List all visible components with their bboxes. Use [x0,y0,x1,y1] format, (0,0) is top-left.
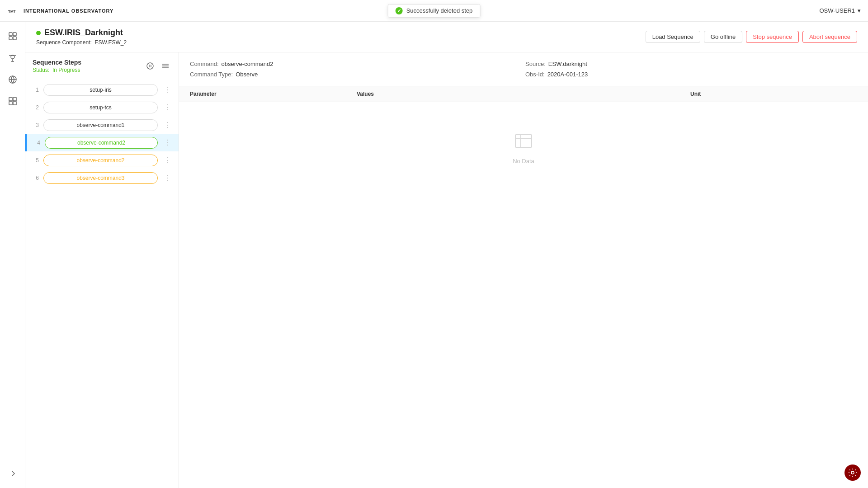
steps-header: Sequence Steps Status: In Progress [25,52,179,77]
steps-status-label: Status: [33,67,49,73]
username: OSW-USER1 [820,7,855,14]
sidebar-nav [0,22,25,488]
svg-rect-15 [13,102,16,105]
sequence-component-label: Sequence Component: [36,39,92,46]
step-number: 5 [31,157,39,164]
main-layout: ESW.IRIS_Darknight Sequence Component: E… [0,22,868,488]
sequence-component-value: ESW.ESW_2 [94,39,127,46]
sequence-header: ESW.IRIS_Darknight Sequence Component: E… [25,22,868,52]
obs-id-value: 2020A-001-123 [547,71,588,78]
table-row[interactable]: 5 observe-command2 ⋮ [25,151,179,169]
step-label[interactable]: observe-command2 [43,155,158,166]
no-data-icon [513,129,534,152]
user-menu[interactable]: OSW-USER1 ▾ [820,7,861,14]
step-number: 4 [32,140,40,146]
stop-sequence-button[interactable]: Stop sequence [746,31,799,43]
svg-rect-13 [13,98,16,101]
svg-rect-22 [515,135,532,147]
step-number: 2 [31,104,39,111]
step-more-icon[interactable]: ⋮ [162,84,173,96]
nav-icon-apps[interactable] [4,70,22,89]
detail-header: Command: observe-command2 Source: ESW.da… [179,52,868,86]
table-header: Parameter Values Unit [179,86,868,102]
sequence-title: ESW.IRIS_Darknight [36,28,127,38]
main-body: Sequence Steps Status: In Progress [25,52,868,488]
command-label: Command: [190,61,219,67]
app-logo: TMT INTERNATIONAL OBSERVATORY [7,5,113,17]
sequence-status-dot [36,31,41,35]
source-row: Source: ESW.darknight [525,61,857,67]
svg-rect-3 [13,33,16,36]
nav-icon-expand[interactable] [4,465,22,483]
command-row: Command: observe-command2 [190,61,522,67]
svg-rect-14 [9,102,12,105]
col-values: Values [357,91,690,97]
steps-panel: Sequence Steps Status: In Progress [25,52,179,488]
table-row[interactable]: 6 observe-command3 ⋮ [25,169,179,187]
step-label[interactable]: observe-command2 [45,137,158,149]
command-value: observe-command2 [222,61,274,67]
go-offline-button[interactable]: Go offline [704,31,742,43]
steps-status: Status: In Progress [33,67,81,73]
sequence-buttons: Load Sequence Go offline Stop sequence A… [646,31,857,43]
tmt-logo-icon: TMT [7,5,20,17]
step-more-icon[interactable]: ⋮ [162,101,173,113]
nav-icon-grid[interactable] [4,92,22,110]
sequence-name: ESW.IRIS_Darknight [44,28,123,38]
no-data-text: No Data [513,158,534,164]
content-area: ESW.IRIS_Darknight Sequence Component: E… [25,22,868,488]
step-label[interactable]: observe-command1 [43,119,158,131]
svg-point-25 [851,471,854,474]
topbar: TMT INTERNATIONAL OBSERVATORY Successful… [0,0,868,22]
steps-title: Sequence Steps [33,59,81,66]
table-row[interactable]: 3 observe-command1 ⋮ [25,116,179,134]
table-row[interactable]: 4 observe-command2 ⋮ [25,134,179,151]
steps-controls [144,60,171,72]
command-type-value: Observe [236,71,258,78]
parameters-table: Parameter Values Unit No Data [179,86,868,488]
menu-button[interactable] [160,60,171,72]
steps-status-value: In Progress [52,67,80,73]
success-message: Successfully deleted step [406,7,473,14]
table-body-empty: No Data [179,102,868,192]
obs-id-row: Obs-Id: 2020A-001-123 [525,71,857,78]
load-sequence-button[interactable]: Load Sequence [646,31,700,43]
table-row[interactable]: 1 setup-iris ⋮ [25,81,179,99]
svg-point-16 [147,63,153,69]
abort-sequence-button[interactable]: Abort sequence [802,31,857,43]
step-label[interactable]: setup-tcs [43,102,158,113]
sequence-component-row: Sequence Component: ESW.ESW_2 [36,39,127,46]
step-number: 1 [31,87,39,93]
svg-rect-4 [9,37,12,40]
steps-title-area: Sequence Steps Status: In Progress [33,59,81,73]
command-type-row: Command Type: Observe [190,71,522,78]
nav-icon-telescope[interactable] [4,49,22,67]
step-more-icon[interactable]: ⋮ [162,154,173,166]
settings-button[interactable] [844,465,861,481]
source-label: Source: [525,61,546,67]
svg-rect-5 [13,37,16,40]
svg-rect-2 [9,33,12,36]
svg-text:TMT: TMT [8,9,16,14]
step-more-icon[interactable]: ⋮ [162,119,173,131]
step-more-icon[interactable]: ⋮ [162,172,173,184]
pause-button[interactable] [144,60,156,72]
step-more-icon[interactable]: ⋮ [162,136,173,149]
command-type-label: Command Type: [190,71,233,78]
col-parameter: Parameter [190,91,357,97]
app-title: INTERNATIONAL OBSERVATORY [24,8,113,14]
nav-icon-sequence[interactable] [4,27,22,45]
step-number: 3 [31,122,39,128]
source-value: ESW.darknight [548,61,587,67]
detail-panel: Command: observe-command2 Source: ESW.da… [179,52,868,488]
svg-rect-12 [9,98,12,101]
success-icon [396,7,403,14]
step-number: 6 [31,175,39,181]
step-label[interactable]: setup-iris [43,84,158,96]
steps-list: 1 setup-iris ⋮ 2 setup-tcs ⋮ 3 observe-c… [25,77,179,488]
table-row[interactable]: 2 setup-tcs ⋮ [25,99,179,116]
user-chevron: ▾ [858,7,861,14]
col-unit: Unit [690,91,857,97]
obs-id-label: Obs-Id: [525,71,545,78]
step-label[interactable]: observe-command3 [43,172,158,184]
